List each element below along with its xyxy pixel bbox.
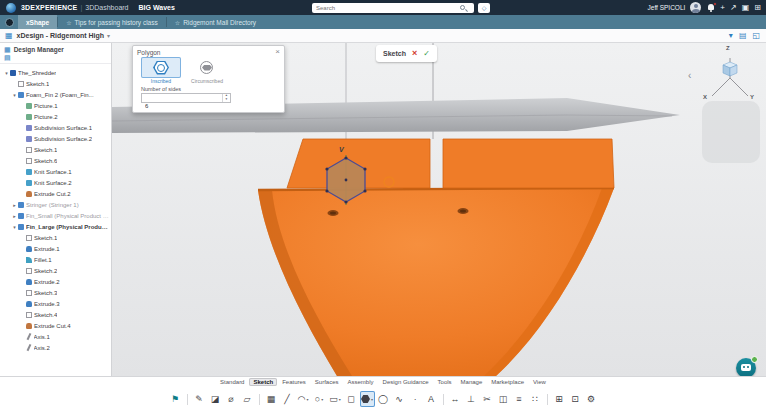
ribbon-tab-design-guidance[interactable]: Design Guidance <box>379 378 433 386</box>
view-normal-tool[interactable]: ⊡ <box>568 391 583 407</box>
add-icon[interactable]: + <box>720 4 725 12</box>
spinner-down-icon[interactable]: ▾ <box>226 98 228 102</box>
dialog-close-icon[interactable]: × <box>275 48 280 56</box>
line-tool[interactable]: ╱ <box>280 391 295 407</box>
circle-tool[interactable]: ○▾ <box>312 391 327 407</box>
tree-item[interactable]: ▾Foam_Fin 2 (Foam_Fin... <box>0 89 111 100</box>
apps-icon[interactable]: ▣ <box>742 4 750 12</box>
polygon-dialog-header[interactable]: Polygon × <box>133 46 284 57</box>
point-tool[interactable]: ∙ <box>408 391 423 407</box>
ribbon-tab-marketplace[interactable]: Marketplace <box>487 378 528 386</box>
search-input[interactable] <box>312 3 474 13</box>
tree-expand-icon[interactable]: ▸ <box>11 202 18 208</box>
ribbon-tab-manage[interactable]: Manage <box>457 378 487 386</box>
eraser-tool[interactable]: ▱ <box>240 391 255 407</box>
compass-icon[interactable] <box>5 18 14 27</box>
tree-item[interactable]: Extrude Cut.4 <box>0 320 111 331</box>
polygon-tool[interactable]: ▾ <box>360 391 375 407</box>
smart-sketch-tool[interactable]: ▦ <box>264 391 279 407</box>
tree-item[interactable]: ▸Stringer (Stringer 1) <box>0 199 111 210</box>
tree-item[interactable]: Sketch.2 <box>0 265 111 276</box>
tree-item[interactable]: Extrude.2 <box>0 276 111 287</box>
tree-item[interactable]: Extrude.1 <box>0 243 111 254</box>
window-caret-icon[interactable]: ▾ <box>729 32 733 40</box>
tree-item[interactable]: Sketch.1 <box>0 232 111 243</box>
ribbon-tab-assembly[interactable]: Assembly <box>344 378 378 386</box>
tree-item[interactable]: Sketch.4 <box>0 309 111 320</box>
spline-tool[interactable]: ∿ <box>392 391 407 407</box>
tab-xshape[interactable]: xShape <box>18 15 57 29</box>
selection-filter-tool[interactable]: ⚑ <box>168 391 183 407</box>
slot-tool[interactable]: ◻ <box>344 391 359 407</box>
tree-expand-icon[interactable]: ▾ <box>11 224 18 230</box>
sketch-pencil-tool[interactable]: ✎ <box>192 391 207 407</box>
user-avatar[interactable] <box>690 2 701 13</box>
tree-item[interactable]: Axis.2 <box>0 342 111 353</box>
tab-mall-directory[interactable]: ☆ Ridgemont Mall Directory <box>167 15 264 29</box>
user-name[interactable]: Jeff SPICOLI <box>648 4 686 11</box>
panel-collapse-chevron[interactable]: ‹ <box>688 70 691 81</box>
tree-expand-icon[interactable]: ▾ <box>11 92 18 98</box>
offset-tool[interactable]: ≡ <box>512 391 527 407</box>
window-layout-icon[interactable]: ▤ <box>739 32 747 40</box>
inscribed-option[interactable] <box>141 57 181 78</box>
ribbon-tab-tools[interactable]: Tools <box>434 378 456 386</box>
tree-expand-icon[interactable]: ▾ <box>3 70 10 76</box>
app-menu-icon[interactable]: ▦ <box>5 32 13 40</box>
title-caret-icon[interactable]: ▾ <box>107 32 110 39</box>
circumscribed-option[interactable] <box>187 57 227 78</box>
tree-item[interactable]: Subdivision Surface.1 <box>0 122 111 133</box>
share-icon[interactable]: ↗ <box>730 4 737 12</box>
tree-item[interactable]: Picture.2 <box>0 111 111 122</box>
grid-toggle[interactable]: ⊞ <box>552 391 567 407</box>
trim-tool[interactable]: ✂ <box>480 391 495 407</box>
tree-expand-icon[interactable]: ▸ <box>11 213 18 219</box>
3ds-logo-icon[interactable] <box>6 3 16 13</box>
cancel-sketch-icon[interactable]: × <box>412 49 417 58</box>
pattern-tool[interactable]: ∷ <box>528 391 543 407</box>
tab-history-class[interactable]: ☆ Tips for passing history class <box>58 15 166 29</box>
notifications-bell-icon[interactable] <box>706 3 715 12</box>
tag-button[interactable]: ◇ <box>478 3 490 13</box>
tree-item[interactable]: Subdivision Surface.2 <box>0 133 111 144</box>
tree-item[interactable]: Axis.1 <box>0 331 111 342</box>
ribbon-tab-features[interactable]: Features <box>278 378 310 386</box>
constraint-tool[interactable]: ⊥ <box>464 391 479 407</box>
ghost-part[interactable] <box>702 101 760 163</box>
assistant-button[interactable] <box>736 358 756 378</box>
dimension-tool[interactable]: ↔ <box>448 391 463 407</box>
ribbon-tab-view[interactable]: View <box>529 378 550 386</box>
panel-tool-icon[interactable]: ▤ <box>4 54 11 61</box>
tree-item[interactable]: Picture.1 <box>0 100 111 111</box>
mirror-tool[interactable]: ◫ <box>496 391 511 407</box>
window-expand-icon[interactable]: ◱ <box>752 32 760 40</box>
tree-item[interactable]: Sketch.1 <box>0 144 111 155</box>
tree-item[interactable]: Knit Surface.2 <box>0 177 111 188</box>
tree-item[interactable]: Extrude Cut.2 <box>0 188 111 199</box>
tree-item[interactable]: Knit Surface.1 <box>0 166 111 177</box>
confirm-sketch-icon[interactable]: ✓ <box>423 50 430 58</box>
app-title[interactable]: xDesign - Ridgemont High <box>17 32 105 39</box>
fin-base-tab-right[interactable] <box>443 139 614 188</box>
grid-menu-icon[interactable]: ⊞ <box>754 4 761 12</box>
tree-item[interactable]: Sketch.6 <box>0 155 111 166</box>
rectangle-tool[interactable]: ▭▾ <box>328 391 343 407</box>
ellipse-tool[interactable]: ◯ <box>376 391 391 407</box>
tree-item[interactable]: ▸Fin_Small (Physical Product 1.1) <box>0 210 111 221</box>
sketch-plane-tool[interactable]: ◪ <box>208 391 223 407</box>
tree-item[interactable]: Extrude.3 <box>0 298 111 309</box>
display-settings[interactable]: ⚙ <box>584 391 599 407</box>
diameter-dimension-tool[interactable]: ⌀ <box>224 391 239 407</box>
tree-item[interactable]: Sketch.3 <box>0 287 111 298</box>
ribbon-tab-surfaces[interactable]: Surfaces <box>311 378 343 386</box>
space-name[interactable]: BIG Waves <box>139 4 175 11</box>
tree-item[interactable]: ▾The_Shredder <box>0 67 111 78</box>
arc-tool[interactable]: ◠▾ <box>296 391 311 407</box>
sides-input[interactable] <box>142 102 230 110</box>
ribbon-tab-standard[interactable]: Standard <box>216 378 248 386</box>
dashboard-label[interactable]: 3DDashboard <box>85 4 128 11</box>
tree-item[interactable]: ▾Fin_Large (Physical Product 5... <box>0 221 111 232</box>
tree-item[interactable]: Sketch.1 <box>0 78 111 89</box>
spinner-arrows[interactable]: ▴ ▾ <box>222 94 230 102</box>
search-icon[interactable] <box>460 5 465 10</box>
